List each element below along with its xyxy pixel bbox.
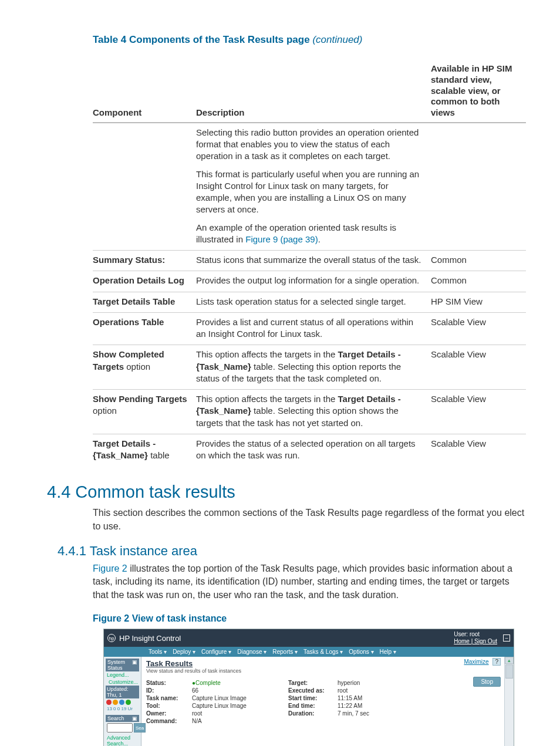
- scroll-thumb[interactable]: [505, 664, 513, 679]
- fig-body: System Status ▣ Legend... Customize... U…: [104, 657, 514, 746]
- table-row: Summary Status:Status icons that summari…: [93, 250, 526, 271]
- cell-component: Target Details Table: [93, 296, 196, 308]
- sb-search-header: Search ▣: [106, 715, 139, 722]
- cell-view: Scalable View: [431, 393, 526, 429]
- collapse-icon[interactable]: ▣: [132, 715, 137, 721]
- kv-key: Duration:: [288, 710, 335, 717]
- fig-user-area: User: root Home | Sign Out: [454, 631, 497, 645]
- section-4-4-1-body: Figure 2 illustrates the top portion of …: [93, 562, 526, 602]
- figure-2-title: Figure 2 View of task instance: [93, 613, 526, 624]
- cell-view: Scalable View: [431, 438, 526, 462]
- kv-value: Complete: [192, 680, 286, 686]
- kv-value: 11:15 AM: [338, 695, 396, 701]
- fig-task-details: Status:CompleteTarget:hyperionID:66Execu…: [146, 680, 500, 724]
- section-4-4-body: This section describes the common sectio…: [93, 507, 526, 533]
- kv-value: root: [192, 710, 286, 717]
- kv-value: Capture Linux Image: [192, 703, 286, 709]
- scroll-up-icon[interactable]: ▴: [505, 657, 514, 664]
- help-icon[interactable]: ?: [492, 658, 501, 666]
- kv-value: N/A: [192, 718, 286, 724]
- components-table: Component Description Available in HP SI…: [93, 63, 526, 466]
- cell-view: HP SIM View: [431, 296, 526, 308]
- menu-configure[interactable]: Configure: [201, 649, 231, 655]
- kv-value: root: [338, 687, 396, 694]
- kv-key: End time:: [288, 703, 335, 709]
- cell-description: Provides a list and current status of al…: [196, 316, 431, 340]
- table-row: Target Details TableLists task operation…: [93, 292, 526, 312]
- fig-main-subheading: View status and results of task instance…: [146, 668, 500, 674]
- scroll-track[interactable]: [505, 679, 514, 746]
- cell-description: Provides the status of a selected operat…: [196, 438, 431, 462]
- menu-deploy[interactable]: Deploy: [173, 649, 195, 655]
- kv-key: Start time:: [288, 695, 335, 701]
- table-row: Target Details - {Task_Name} tableProvid…: [93, 434, 526, 467]
- sb-customize-link[interactable]: Customize...: [106, 679, 139, 686]
- cell-description: Lists task operation status for a select…: [196, 296, 431, 308]
- table-row: Operations TableProvides a list and curr…: [93, 312, 526, 345]
- cell-description: Selecting this radio button provides an …: [196, 127, 431, 245]
- cell-component: Summary Status:: [93, 254, 196, 266]
- collapse-icon[interactable]: ▣: [132, 659, 137, 671]
- col-header-component: Component: [93, 107, 196, 119]
- cell-view: Scalable View: [431, 316, 526, 340]
- menu-diagnose[interactable]: Diagnose: [237, 649, 266, 655]
- kv-value: Capture Linux Image: [192, 695, 286, 701]
- cell-component: Operations Table: [93, 316, 196, 340]
- kv-key: [288, 718, 335, 724]
- section-4-4-1-heading: 4.4.1 Task instance area: [58, 544, 526, 559]
- table-header-row: Component Description Available in HP SI…: [93, 63, 526, 123]
- kv-key: Task name:: [146, 695, 190, 701]
- fig-sidebar: System Status ▣ Legend... Customize... U…: [104, 657, 141, 746]
- sb-updated: Updated: Thu, 1: [106, 686, 139, 698]
- fig-maximize-link[interactable]: Maximize: [464, 659, 488, 665]
- kv-value: [338, 718, 396, 724]
- fig-scrollbar[interactable]: ▴ ▾: [504, 657, 514, 746]
- menu-tools[interactable]: Tools: [149, 649, 167, 655]
- fig-home-signout-links[interactable]: Home | Sign Out: [454, 638, 497, 644]
- sb-advanced-link[interactable]: Advanced Search... Sea: [106, 734, 139, 746]
- fig-brand-text: HP Insight Control: [119, 634, 181, 643]
- sb-status-icons: [106, 698, 139, 706]
- kv-value: hyperion: [338, 680, 396, 686]
- cell-view: Common: [431, 254, 526, 266]
- sb-system-status-label: System Status: [107, 659, 132, 671]
- cell-view: [431, 127, 526, 245]
- menu-tasks-logs[interactable]: Tasks & Logs: [303, 649, 343, 655]
- fig-brand: hp HP Insight Control: [107, 634, 181, 643]
- sb-legend-link[interactable]: Legend...: [106, 671, 139, 679]
- menu-help[interactable]: Help: [380, 649, 396, 655]
- cell-description: This option affects the targets in the T…: [196, 393, 431, 429]
- table-title: Table 4 Components of the Task Results p…: [93, 34, 526, 46]
- sb-search-input[interactable]: [107, 723, 133, 733]
- kv-value: 7 min, 7 sec: [338, 710, 396, 717]
- cell-component: Show Completed Targets option: [93, 349, 196, 384]
- cell-component: Show Pending Targets option: [93, 393, 196, 429]
- kv-value: 11:22 AM: [338, 703, 396, 709]
- cell-description: Status icons that summarize the overall …: [196, 254, 431, 266]
- table-row: Show Completed Targets optionThis option…: [93, 345, 526, 389]
- kv-value: 66: [192, 687, 286, 694]
- kv-key: ID:: [146, 687, 190, 694]
- section-4-4-heading: 4.4 Common task results: [47, 482, 526, 502]
- table-row: Show Pending Targets optionThis option a…: [93, 389, 526, 434]
- cell-component: Target Details - {Task_Name} table: [93, 438, 196, 462]
- hp-logo-icon: hp: [107, 634, 116, 642]
- table-row: Selecting this radio button provides an …: [93, 123, 526, 250]
- stop-button[interactable]: Stop: [473, 677, 501, 687]
- fig-maximize-area: Maximize ?: [464, 658, 501, 666]
- page: Table 4 Components of the Task Results p…: [0, 0, 560, 746]
- table-title-text: Table 4 Components of the Task Results p…: [93, 34, 310, 45]
- fig-titlebar: hp HP Insight Control User: root Home | …: [104, 629, 514, 647]
- menu-options[interactable]: Options: [349, 649, 373, 655]
- minimize-icon[interactable]: –: [503, 634, 510, 642]
- sb-system-status-header[interactable]: System Status ▣: [106, 659, 139, 671]
- cell-view: Scalable View: [431, 349, 526, 384]
- table-title-continued: (continued): [312, 34, 362, 45]
- menu-reports[interactable]: Reports: [272, 649, 298, 655]
- sb-counts: 13 0 0 19 Ur: [106, 706, 139, 713]
- cell-component: [93, 127, 196, 245]
- table-row: Operation Details LogProvides the output…: [93, 271, 526, 291]
- cell-description: Provides the output log information for …: [196, 275, 431, 286]
- major-icon: [113, 700, 118, 705]
- fig-user-label: User: root: [454, 631, 497, 638]
